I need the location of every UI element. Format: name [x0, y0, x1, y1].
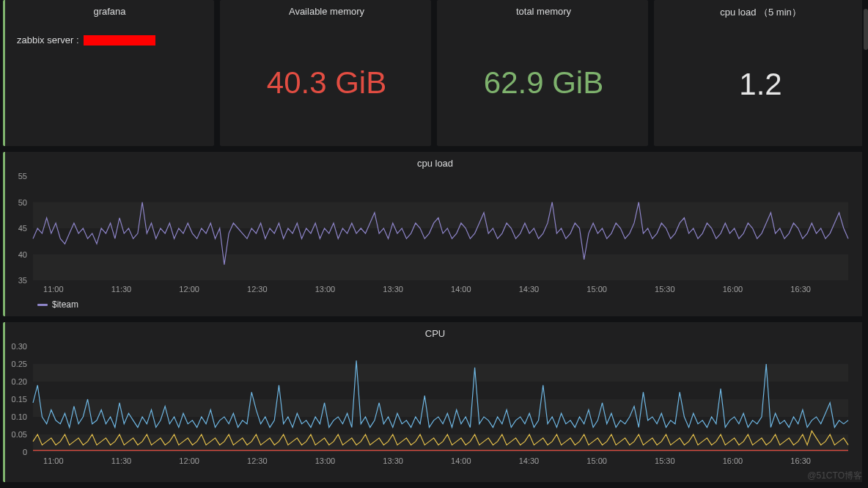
svg-text:0.25: 0.25 — [12, 360, 27, 368]
svg-text:12:00: 12:00 — [179, 456, 199, 465]
svg-rect-21 — [33, 364, 848, 382]
redacted-value — [84, 35, 155, 45]
svg-text:55: 55 — [18, 172, 27, 181]
svg-text:14:30: 14:30 — [519, 285, 540, 294]
svg-rect-0 — [33, 255, 848, 281]
chart-cpu[interactable]: 00.050.100.150.200.250.3011:0011:3012:00… — [5, 342, 865, 468]
svg-text:0.15: 0.15 — [12, 395, 27, 404]
svg-text:0: 0 — [23, 448, 27, 456]
svg-text:15:30: 15:30 — [655, 285, 675, 294]
legend-label: $iteam — [52, 299, 78, 310]
stat-value: 1.2 — [656, 22, 865, 146]
svg-text:16:00: 16:00 — [723, 456, 743, 465]
svg-text:50: 50 — [18, 198, 27, 207]
svg-text:12:30: 12:30 — [247, 456, 268, 465]
panel-info[interactable]: grafana zabbix server : — [3, 0, 214, 146]
svg-text:40: 40 — [18, 250, 27, 259]
svg-text:14:30: 14:30 — [519, 456, 540, 465]
svg-text:16:30: 16:30 — [790, 285, 811, 294]
svg-text:15:00: 15:00 — [586, 456, 607, 465]
panel-total-memory[interactable]: total memory 62.9 GiB — [437, 0, 648, 146]
svg-text:16:30: 16:30 — [790, 456, 811, 465]
svg-rect-20 — [33, 399, 848, 417]
scrollbar-thumb[interactable] — [864, 9, 868, 50]
svg-text:12:00: 12:00 — [179, 285, 199, 294]
chart-legend: $iteam — [5, 296, 865, 314]
panel-cpu-chart[interactable]: CPU 00.050.100.150.200.250.3011:0011:301… — [3, 322, 865, 482]
legend-swatch — [37, 304, 48, 306]
svg-text:11:00: 11:00 — [43, 285, 64, 294]
svg-text:0.30: 0.30 — [12, 342, 27, 351]
svg-text:15:00: 15:00 — [586, 285, 607, 294]
svg-text:13:30: 13:30 — [383, 285, 403, 294]
panel-title: cpu load — [5, 152, 865, 172]
svg-text:12:30: 12:30 — [247, 285, 268, 294]
svg-text:11:30: 11:30 — [111, 456, 132, 465]
stat-value: 40.3 GiB — [222, 20, 431, 146]
panel-title: cpu load （5 min） — [656, 0, 865, 22]
panel-cpu-5min[interactable]: cpu load （5 min） 1.2 — [654, 0, 865, 146]
svg-text:0.20: 0.20 — [12, 377, 27, 386]
chart-cpu-load[interactable]: 354045505511:0011:3012:0012:3013:0013:30… — [5, 172, 865, 296]
panel-title: CPU — [5, 322, 865, 342]
svg-text:11:30: 11:30 — [111, 285, 132, 294]
svg-text:45: 45 — [18, 224, 27, 233]
panel-available-memory[interactable]: Available memory 40.3 GiB — [220, 0, 431, 146]
scrollbar[interactable] — [862, 0, 868, 488]
zabbix-label: zabbix server : — [17, 34, 79, 45]
svg-text:16:00: 16:00 — [723, 285, 743, 294]
svg-text:11:00: 11:00 — [43, 456, 64, 465]
svg-text:13:00: 13:00 — [315, 456, 336, 465]
panel-title: total memory — [439, 0, 648, 20]
svg-text:0.10: 0.10 — [12, 412, 27, 421]
svg-text:13:30: 13:30 — [383, 456, 403, 465]
svg-text:14:00: 14:00 — [451, 285, 471, 294]
panel-cpu-load-chart[interactable]: cpu load 354045505511:0011:3012:0012:301… — [3, 152, 865, 316]
svg-text:35: 35 — [18, 276, 27, 285]
svg-text:0.05: 0.05 — [12, 430, 27, 439]
panel-title: grafana — [5, 0, 214, 20]
legend-item[interactable]: $iteam — [37, 299, 78, 310]
svg-text:15:30: 15:30 — [655, 456, 675, 465]
panel-title: Available memory — [222, 0, 431, 20]
svg-text:13:00: 13:00 — [315, 285, 336, 294]
svg-text:14:00: 14:00 — [451, 456, 471, 465]
stat-value: 62.9 GiB — [439, 20, 648, 146]
